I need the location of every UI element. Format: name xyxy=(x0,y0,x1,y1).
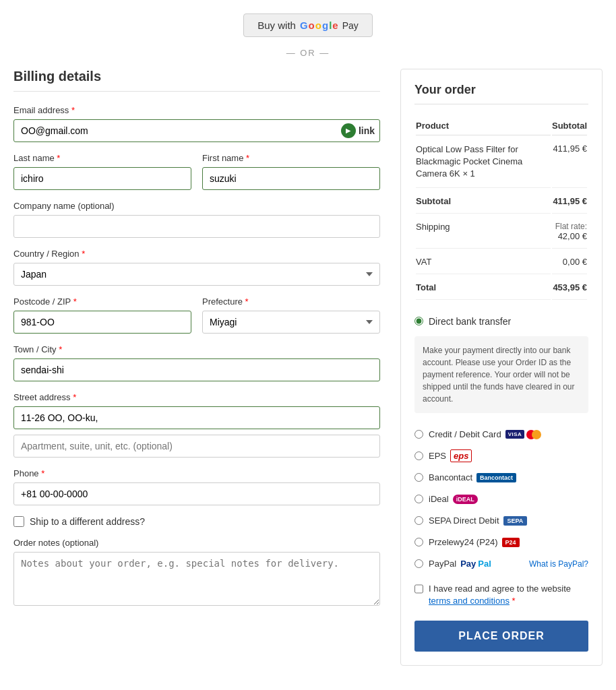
ship-different-label[interactable]: Ship to a different address? xyxy=(30,516,145,527)
postcode-label: Postcode / ZIP * xyxy=(13,296,191,307)
last-name-input[interactable] xyxy=(13,167,191,190)
order-notes-input[interactable] xyxy=(13,552,380,606)
ship-different-checkbox[interactable] xyxy=(13,516,24,527)
street-label: Street address * xyxy=(13,392,380,402)
direct-bank-label[interactable]: Direct bank transfer xyxy=(429,316,511,327)
terms-row: I have read and agree to the website ter… xyxy=(414,583,588,607)
product-qty: × 1 xyxy=(462,168,474,179)
gpay-logo: Google xyxy=(300,20,338,31)
shipping-rate-label: Flat rate: xyxy=(552,222,587,231)
email-input[interactable] xyxy=(13,119,380,142)
terms-checkbox[interactable] xyxy=(414,584,423,594)
eps-radio[interactable] xyxy=(414,451,423,460)
total-row: Total 453,95 € xyxy=(416,276,587,300)
eps-icon: eps xyxy=(450,449,472,463)
first-name-input[interactable] xyxy=(202,167,380,190)
vat-value: 0,00 € xyxy=(552,250,587,274)
bancontact-radio[interactable] xyxy=(414,473,423,482)
product-price: 411,95 € xyxy=(552,137,587,188)
email-label: Email address * xyxy=(13,105,380,115)
name-row: Last name * First name * xyxy=(13,153,380,201)
place-order-button[interactable]: PLACE ORDER xyxy=(414,621,588,652)
country-label: Country / Region * xyxy=(13,249,380,259)
shipping-label: Shipping xyxy=(416,215,551,249)
order-notes-label: Order notes (optional) xyxy=(13,538,380,548)
billing-title: Billing details xyxy=(13,69,380,92)
postcode-input[interactable] xyxy=(13,311,191,334)
street-input[interactable] xyxy=(13,406,380,429)
company-label: Company name (optional) xyxy=(13,201,380,211)
total-label: Total xyxy=(416,276,551,300)
last-name-group: Last name * xyxy=(13,153,191,190)
terms-link[interactable]: terms and conditions xyxy=(429,596,510,606)
city-group: Town / City * xyxy=(13,344,380,381)
main-content: Billing details Email address * link xyxy=(13,69,603,666)
vat-label: VAT xyxy=(416,250,551,274)
prefecture-select[interactable]: Miyagi xyxy=(202,311,380,334)
order-notes-group: Order notes (optional) xyxy=(13,538,380,608)
gpay-pay-label: Pay xyxy=(342,20,359,31)
ideal-label[interactable]: iDeal iDEAL xyxy=(429,493,478,506)
subtotal-value: 411,95 € xyxy=(552,189,587,214)
order-table: Product Subtotal Optical Low Pass Filter… xyxy=(414,115,588,301)
ideal-radio[interactable] xyxy=(414,495,423,503)
sepa-label[interactable]: SEPA Direct Debit SEPA xyxy=(429,514,527,528)
postcode-group: Postcode / ZIP * xyxy=(13,296,191,334)
postcode-prefecture-row: Postcode / ZIP * Prefecture * Miyagi xyxy=(13,296,380,344)
col-subtotal: Subtotal xyxy=(552,117,587,135)
shipping-rate: Flat rate: 42,00 € xyxy=(552,222,587,241)
country-select[interactable]: Japan xyxy=(13,263,380,286)
direct-bank-radio[interactable] xyxy=(414,317,423,325)
paypal-radio[interactable] xyxy=(414,559,423,568)
col-product: Product xyxy=(416,117,551,135)
city-input[interactable] xyxy=(13,358,380,381)
total-value: 453,95 € xyxy=(552,276,587,300)
bancontact-label[interactable]: Bancontact Bancontact xyxy=(429,471,516,484)
link-button[interactable]: link xyxy=(341,123,375,138)
terms-text[interactable]: I have read and agree to the website ter… xyxy=(429,584,571,606)
sepa-radio[interactable] xyxy=(414,516,423,525)
buy-with-gpay-button[interactable]: Buy with Google Pay xyxy=(243,13,373,37)
bancontact-icon: Bancontact xyxy=(476,471,516,484)
przelewy-label[interactable]: Przelewy24 (P24) P24 xyxy=(429,536,520,549)
payment-section: Direct bank transfer Make your payment d… xyxy=(414,312,588,652)
ideal-icon: iDEAL xyxy=(453,493,478,506)
paypal-option: PayPal PayPal What is PayPal? xyxy=(414,553,588,575)
sepa-option: SEPA Direct Debit SEPA xyxy=(414,510,588,532)
email-group: Email address * link xyxy=(13,105,380,142)
paypal-what-link[interactable]: What is PayPal? xyxy=(529,559,588,569)
prefecture-label: Prefecture * xyxy=(202,296,380,307)
street-group: Street address * xyxy=(13,392,380,458)
vat-row: VAT 0,00 € xyxy=(416,250,587,274)
ideal-option: iDeal iDEAL xyxy=(414,489,588,510)
przelewy-option: Przelewy24 (P24) P24 xyxy=(414,532,588,553)
last-name-label: Last name * xyxy=(13,153,191,163)
credit-card-label[interactable]: Credit / Debit Card VISA xyxy=(429,428,541,441)
company-input[interactable] xyxy=(13,215,380,238)
first-name-group: First name * xyxy=(202,153,380,190)
credit-card-option: Credit / Debit Card VISA xyxy=(414,424,588,445)
city-label: Town / City * xyxy=(13,344,380,354)
ship-different-row: Ship to a different address? xyxy=(13,516,380,527)
paypal-label[interactable]: PayPal PayPal xyxy=(429,557,491,571)
credit-card-radio[interactable] xyxy=(414,430,423,439)
first-name-label: First name * xyxy=(202,153,380,163)
przelewy-radio[interactable] xyxy=(414,538,423,546)
phone-input[interactable] xyxy=(13,482,380,505)
bancontact-option: Bancontact Bancontact xyxy=(414,467,588,489)
link-icon xyxy=(341,123,356,138)
order-section: Your order Product Subtotal Optical Low … xyxy=(400,69,603,666)
apt-input[interactable] xyxy=(13,435,380,458)
shipping-rate-value: 42,00 € xyxy=(552,231,587,241)
email-wrapper: link xyxy=(13,119,380,142)
order-title: Your order xyxy=(414,83,588,104)
przelewy-icon: P24 xyxy=(502,536,520,549)
product-row: Optical Low Pass Filter for Blackmagic P… xyxy=(416,137,587,188)
direct-bank-row: Direct bank transfer xyxy=(414,312,588,331)
top-bar: Buy with Google Pay xyxy=(13,13,603,37)
eps-label[interactable]: EPS eps xyxy=(429,449,472,463)
shipping-row: Shipping Flat rate: 42,00 € xyxy=(416,215,587,249)
payment-description: Make your payment directly into our bank… xyxy=(414,336,588,413)
subtotal-label: Subtotal xyxy=(416,189,551,214)
country-group: Country / Region * Japan xyxy=(13,249,380,286)
